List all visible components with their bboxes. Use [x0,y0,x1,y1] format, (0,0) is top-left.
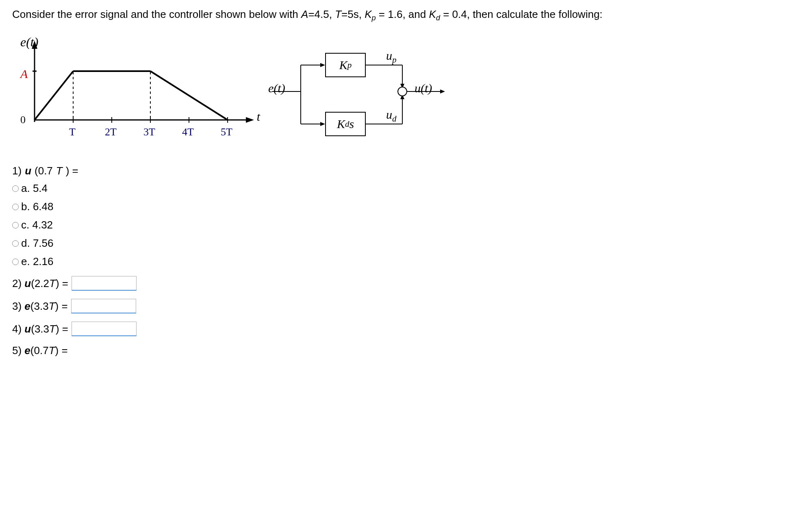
block-kds-box: Kds [325,112,366,136]
q4-label: 4) u(3.3T) = [12,323,68,335]
radio-icon[interactable] [12,222,19,228]
prompt-Kp-K: K [365,8,371,20]
q4-row: 4) u(3.3T) = [12,322,800,336]
svg-marker-28 [440,89,445,94]
q2-label: 2) u(2.2T) = [12,277,68,290]
block-ud-label: ud [386,108,397,124]
q3-input[interactable] [71,299,136,313]
q1-option-b-label: b. 6.48 [21,200,54,213]
q3-row: 3) e(3.3T) = [12,299,800,313]
svg-line-12 [150,71,228,120]
radio-icon[interactable] [12,259,19,265]
svg-line-10 [35,71,73,120]
q1-option-e-label: e. 2.16 [21,255,54,268]
prompt-Kd-val: = 0.4, then calculate the following: [440,8,603,20]
block-output-label: u(t) [415,81,432,95]
graph-tick-2T: 2T [105,126,117,138]
radio-icon[interactable] [12,204,19,210]
error-signal-graph: e(t) A 0 t T 2T 3T [12,35,256,148]
radio-icon[interactable] [12,240,19,247]
q1-option-b[interactable]: b. 6.48 [12,200,800,213]
graph-tick-T: T [69,126,76,138]
prompt-T-val: =5s, [341,8,365,20]
prompt-A-val: =4.5, [308,8,335,20]
q1-option-d[interactable]: d. 7.56 [12,237,800,250]
controller-block-diagram: e(t) Kp Kds up ud u(t) [272,43,455,148]
q4-input[interactable] [72,322,137,336]
q1-option-a-label: a. 5.4 [21,182,48,195]
questions-section: 1) u(0.7T) = a. 5.4 b. 6.48 c. 4.32 d. 7… [12,165,800,357]
q2-row: 2) u(2.2T) = [12,276,800,291]
svg-marker-4 [246,117,254,123]
q3-label: 3) e(3.3T) = [12,300,68,313]
radio-icon[interactable] [12,185,19,192]
svg-marker-18 [320,63,325,67]
prompt-Kd-sub: d [436,14,440,22]
q5-row: 5) e(0.7T) = [12,344,800,357]
graph-x-axis-label: t [257,110,260,124]
svg-marker-1 [32,41,37,49]
prompt-Kp-val: = 1.6, and [376,8,429,20]
question-prompt: Consider the error signal and the contro… [12,8,800,22]
q1-option-c[interactable]: c. 4.32 [12,219,800,231]
block-up-label: up [386,49,397,65]
graph-svg [12,35,256,148]
block-summer [397,87,407,96]
q2-input[interactable] [72,276,137,291]
q1-option-e[interactable]: e. 2.16 [12,255,800,268]
prompt-Kd-K: K [429,8,436,20]
graph-tick-3T: 3T [143,126,155,138]
block-kp-box: Kp [325,53,366,77]
prompt-Kp-sub: p [372,14,376,22]
diagrams-row: e(t) A 0 t T 2T 3T [12,35,800,148]
svg-marker-20 [320,122,325,126]
q1-label: 1) u(0.7T) = [12,165,800,177]
prompt-A-label: A [301,8,308,20]
prompt-T-label: T [335,8,341,20]
q1-option-c-label: c. 4.32 [21,219,53,231]
block-input-label: e(t) [268,81,285,95]
q5-label: 5) e(0.7T) = [12,344,68,357]
q1-option-a[interactable]: a. 5.4 [12,182,800,195]
graph-tick-4T: 4T [182,126,194,138]
prompt-prefix: Consider the error signal and the contro… [12,8,301,20]
graph-tick-5T: 5T [221,126,232,138]
q1-option-d-label: d. 7.56 [21,237,54,250]
